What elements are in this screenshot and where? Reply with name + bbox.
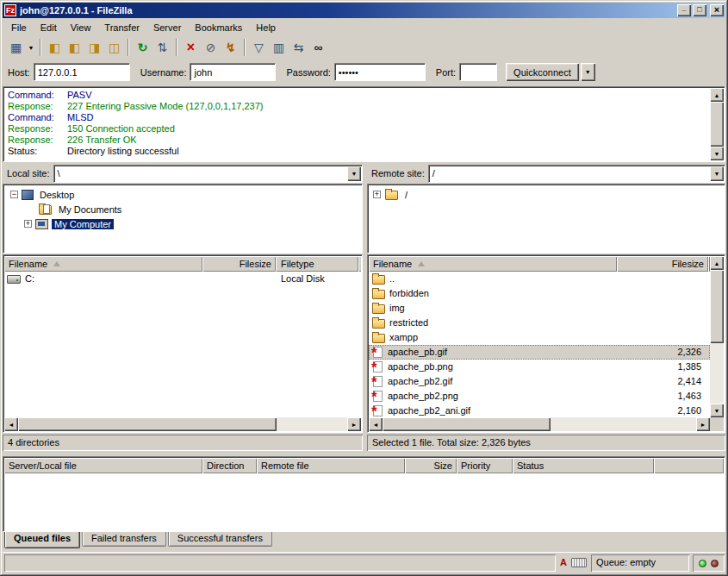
tree-item-my-computer[interactable]: + My Computer xyxy=(3,216,362,231)
tree-item-label-selected: My Computer xyxy=(52,219,114,229)
local-site-row: Local site: \ ▼ xyxy=(3,164,363,183)
directory-comparison-icon[interactable]: ▥ xyxy=(269,38,289,57)
close-button[interactable]: × xyxy=(710,4,724,16)
filesize-cell xyxy=(202,272,276,286)
local-site-combobox[interactable]: \ ▼ xyxy=(53,165,363,183)
filesize-cell: 1,463 xyxy=(617,389,708,404)
local-status-text: 4 directories xyxy=(3,435,363,451)
chevron-down-icon[interactable]: ▼ xyxy=(710,166,724,181)
menu-help[interactable]: Help xyxy=(249,20,283,35)
tab-failed-transfers[interactable]: Failed transfers xyxy=(82,532,166,547)
tree-item-root[interactable]: + / xyxy=(368,187,725,202)
toggle-message-log-icon[interactable]: ◧ xyxy=(45,38,65,57)
host-input[interactable] xyxy=(34,63,130,81)
column-header-size[interactable]: Size xyxy=(405,458,457,473)
filename-cell: C: xyxy=(4,272,202,286)
column-header-filesize[interactable]: Filesize xyxy=(617,256,708,272)
tab-queued-files[interactable]: Queued files xyxy=(4,532,80,548)
remote-file-row[interactable]: apache_pb.png 1,385 xyxy=(369,360,710,374)
remote-file-row[interactable]: apache_pb2.gif 2,414 xyxy=(369,374,710,389)
toggle-local-tree-icon[interactable]: ◧ xyxy=(65,38,84,57)
column-header-filename[interactable]: Filename xyxy=(369,256,617,272)
disconnect-icon[interactable]: ⊘ xyxy=(201,38,221,57)
remote-file-row[interactable]: forbidden xyxy=(369,286,710,301)
scroll-down-icon[interactable]: ▼ xyxy=(710,404,724,417)
remote-file-row[interactable]: img xyxy=(369,301,710,316)
expand-icon[interactable]: + xyxy=(373,191,381,198)
scrollbar-thumb[interactable] xyxy=(710,102,724,147)
local-horizontal-scrollbar[interactable]: ◄ ► xyxy=(4,417,361,431)
menu-bookmarks[interactable]: Bookmarks xyxy=(188,20,249,35)
remote-file-row-selected[interactable]: apache_pb.gif 2,326 xyxy=(369,345,710,360)
column-header-remote-file[interactable]: Remote file xyxy=(257,458,405,473)
toggle-remote-tree-icon[interactable]: ◨ xyxy=(84,38,104,57)
message-log: Command: PASV Response: 227 Entering Pas… xyxy=(3,86,725,162)
column-header-priority[interactable]: Priority xyxy=(457,458,513,473)
quickconnect-button[interactable]: Quickconnect xyxy=(506,63,579,81)
log-scrollbar[interactable]: ▲ ▼ xyxy=(710,88,724,160)
scrollbar-thumb[interactable] xyxy=(710,270,724,343)
menu-file[interactable]: File xyxy=(4,20,34,35)
remote-file-row[interactable]: apache_pb2.png 1,463 xyxy=(369,389,710,404)
remote-file-row[interactable]: xampp xyxy=(369,330,710,345)
scroll-up-icon[interactable]: ▲ xyxy=(710,88,724,102)
tree-item-desktop[interactable]: − Desktop xyxy=(3,187,362,202)
find-files-icon[interactable]: ∞ xyxy=(308,38,328,57)
titlebar[interactable]: Fz john@127.0.0.1 - FileZilla _ □ × xyxy=(3,3,725,18)
menu-server[interactable]: Server xyxy=(146,20,188,35)
column-header-server-local-file[interactable]: Server/Local file xyxy=(4,458,202,473)
filename-text: apache_pb2.png xyxy=(388,389,458,404)
maximize-button[interactable]: □ xyxy=(693,4,706,16)
scroll-up-icon[interactable]: ▲ xyxy=(710,256,724,270)
scroll-right-icon[interactable]: ► xyxy=(696,417,710,431)
toolbar-separator xyxy=(128,39,129,56)
toggle-transfer-queue-icon[interactable]: ◫ xyxy=(104,38,124,57)
toolbar-separator xyxy=(244,39,246,56)
remote-site-combobox[interactable]: / ▼ xyxy=(428,165,725,183)
username-input[interactable] xyxy=(190,63,276,81)
filename-text: forbidden xyxy=(389,286,429,301)
column-header-filetype[interactable]: Filetype xyxy=(276,256,358,272)
filename-text: restricted xyxy=(389,316,428,330)
cancel-icon[interactable]: × xyxy=(181,38,201,57)
menu-view[interactable]: View xyxy=(64,20,98,35)
expand-icon[interactable]: + xyxy=(24,220,32,228)
remote-status-text: Selected 1 file. Total size: 2,326 bytes xyxy=(367,435,725,451)
menu-transfer[interactable]: Transfer xyxy=(97,20,146,35)
refresh-icon[interactable]: ↻ xyxy=(133,38,152,57)
local-file-row[interactable]: C: Local Disk xyxy=(4,272,361,286)
port-input[interactable] xyxy=(459,63,497,81)
minimize-button[interactable]: _ xyxy=(677,4,691,16)
scroll-left-icon[interactable]: ◄ xyxy=(369,417,383,431)
column-header-filename[interactable]: Filename xyxy=(4,256,202,272)
column-header-status[interactable]: Status xyxy=(513,458,654,473)
quickconnect-dropdown-icon[interactable]: ▼ xyxy=(581,63,595,81)
scroll-down-icon[interactable]: ▼ xyxy=(710,147,724,160)
reconnect-icon[interactable]: ↯ xyxy=(221,38,240,57)
remote-file-row[interactable]: restricted xyxy=(369,316,710,330)
collapse-icon[interactable]: − xyxy=(10,191,18,198)
menu-edit[interactable]: Edit xyxy=(34,20,64,35)
column-header-filesize[interactable]: Filesize xyxy=(202,256,276,272)
chevron-down-icon[interactable]: ▼ xyxy=(347,166,361,181)
password-input[interactable] xyxy=(334,63,426,81)
synchronized-browsing-icon[interactable]: ⇆ xyxy=(289,38,308,57)
remote-vertical-scrollbar[interactable]: ▲ ▼ xyxy=(710,256,724,417)
tab-successful-transfers[interactable]: Successful transfers xyxy=(168,532,272,547)
column-header-last-modified[interactable]: Last modified xyxy=(358,256,361,272)
remote-file-row[interactable]: .. xyxy=(369,272,710,286)
filename-text: .. xyxy=(389,272,395,286)
log-line-text: Directory listing successful xyxy=(67,146,179,157)
scrollbar-thumb[interactable] xyxy=(18,417,277,431)
tree-item-my-documents[interactable]: My Documents xyxy=(3,202,362,216)
remote-file-row[interactable]: apache_pb2_ani.gif 2,160 xyxy=(369,404,710,417)
scrollbar-thumb[interactable] xyxy=(383,417,551,431)
site-manager-icon[interactable]: ▦ xyxy=(6,38,26,57)
column-header-direction[interactable]: Direction xyxy=(202,458,257,473)
filter-icon[interactable]: ▽ xyxy=(249,38,269,57)
remote-horizontal-scrollbar[interactable]: ◄ ► xyxy=(369,417,710,431)
process-queue-icon[interactable]: ⇅ xyxy=(152,38,172,57)
site-manager-dropdown-icon[interactable]: ▼ xyxy=(26,38,36,57)
scroll-left-icon[interactable]: ◄ xyxy=(4,417,18,431)
scroll-right-icon[interactable]: ► xyxy=(347,417,361,431)
